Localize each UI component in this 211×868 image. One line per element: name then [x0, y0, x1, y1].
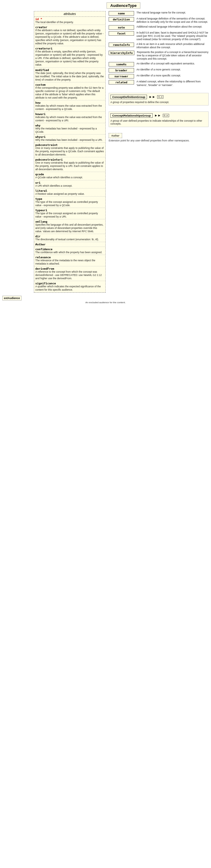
right-prop-desc-hierarchyInfo: Represents the position of a concept in … — [137, 51, 209, 61]
right-prop-desc-related: A related concept, where the relationshi… — [137, 80, 209, 87]
attr-name-qcode: qcode — [35, 173, 104, 176]
attr-desc-pubconstrainturi: One or many constraints that apply to pu… — [35, 161, 104, 171]
attr-item-uri: uriA URI which identifies a concept. — [34, 180, 105, 188]
right-prop-narrower: narrowerAn identifier of a more specific… — [109, 74, 209, 79]
attributes-list: id *The local identifier of the property… — [34, 17, 105, 292]
attr-item-whyuri: whyuriWhy the metadata has been included… — [34, 134, 105, 143]
attr-desc-creatoruri: If the attribute is empty, specifies whi… — [35, 50, 104, 66]
attr-name-creator: creator — [35, 26, 104, 29]
right-prop-desc-facet: In build 5.8 and later, facet is depreca… — [137, 31, 209, 41]
right-prop-name-note: note — [109, 25, 134, 30]
other-element-desc: Extension point for any user-defined pro… — [109, 139, 209, 142]
right-prop-remoteInfo: remoteInfoA link to an item in a web res… — [109, 42, 209, 49]
attr-item-creator: creatorIf the attribute's value is not d… — [34, 25, 105, 46]
attr-item-relevance: relevanceThe relevance of the metadata t… — [34, 255, 105, 266]
concept-relationships-group-name: ConceptRelationshipsGroup — [110, 113, 153, 118]
ext-audience-section: extAudience An excluded audience for the… — [2, 296, 209, 304]
concept-relationships-group: ConceptRelationshipsGroup ►► 0..n A grou… — [109, 112, 209, 127]
right-prop-name-sameAs: sameAs — [109, 62, 134, 66]
right-prop-definition: definitionA natural language definition … — [109, 17, 209, 24]
ext-audience-desc: An excluded audience for the content. — [2, 301, 209, 304]
attr-item-id: id *The local identifier of the property… — [34, 17, 105, 25]
attr-item-literal: literalA freetext value assigned as prop… — [34, 188, 105, 196]
concept-relationships-group-desc: A group of user-defined properties to in… — [110, 119, 207, 125]
attr-name-creatoruri: creatoruri — [35, 47, 104, 50]
attr-desc-literal: A freetext value assigned as property va… — [35, 192, 104, 196]
attr-name-derivedFrom: derivedFrom — [35, 267, 104, 270]
attributes-header: attributes — [34, 11, 105, 17]
concept-definition-group-desc: A group of properties required to define… — [110, 101, 207, 104]
attr-desc-significance: A qualifier which indicates the expected… — [35, 285, 104, 291]
concept-relationships-group-header: ConceptRelationshipsGroup ►► 0..n — [110, 113, 207, 118]
right-prop-name-facet: facet — [109, 31, 134, 36]
attr-name-type: type — [35, 197, 104, 200]
right-prop-desc-note: Additional natural language information … — [137, 25, 209, 28]
attr-item-pubconstraint: pubconstraintOne or many constraints tha… — [34, 143, 105, 157]
attr-name-xmllang: xmllang — [35, 220, 104, 223]
attr-item-modified: modifiedThe date (and, optionally, the t… — [34, 68, 105, 83]
attr-desc-derivedFrom: A reference to the concept from which th… — [35, 270, 104, 280]
attr-item-creatoruri: creatoruriIf the attribute is empty, spe… — [34, 46, 105, 67]
attr-name-literal: literal — [35, 189, 104, 192]
attr-name-relevance: relevance — [35, 255, 104, 259]
attr-name-pubconstraint: pubconstraint — [35, 143, 104, 147]
attr-desc-id: The local identifier of the property. — [35, 21, 104, 24]
attr-desc-uri: A URI which identifies a concept. — [35, 184, 104, 188]
right-prop-desc-narrower: An identifier of a more specific concept… — [137, 74, 209, 77]
attr-name-dir: dir — [35, 235, 104, 238]
title-row: AudienceType — [2, 2, 209, 9]
right-prop-facet: facetIn build 5.8 and later, facet is de… — [109, 31, 209, 41]
attr-desc-how: Indicates by which means the value was e… — [35, 104, 104, 111]
attr-desc-dir: The directionality of textual content (e… — [35, 238, 104, 241]
concept-definition-group: ConceptDefinitionGroup ►► 0..n A group o… — [109, 93, 209, 105]
attr-desc-why: Why the metadata has been included - exp… — [35, 127, 104, 134]
attr-desc-creator: If the attribute's value is not defined,… — [35, 29, 104, 45]
attr-desc-pubconstraint: One or many constraints that apply to pu… — [35, 147, 104, 156]
attr-name-pubconstrainturi: pubconstrainturi — [35, 158, 104, 161]
ext-audience-box: extAudience — [2, 296, 22, 301]
attr-item-#other: #other — [34, 242, 105, 247]
attr-name-significance: significance — [35, 282, 104, 285]
attr-item-confidence: confidenceThe confidence with which the … — [34, 247, 105, 255]
concept-definition-group-card: 0..n — [157, 95, 164, 99]
right-prop-name-related: related — [109, 80, 134, 85]
other-element-wrapper: #other Extension point for any user-defi… — [109, 133, 209, 142]
attr-name-typeuri: typeuri — [35, 209, 104, 212]
right-prop-name-name: name — [109, 11, 134, 16]
attr-item-how: howIndicates by which means the value wa… — [34, 100, 105, 112]
body-row: attributes id *The local identifier of t… — [2, 11, 209, 293]
attr-name-how: how — [35, 101, 104, 104]
attr-name-whyuri: whyuri — [35, 135, 104, 138]
attr-desc-custom: If the corresponding property was added … — [35, 86, 104, 99]
attributes-panel: attributes id *The local identifier of t… — [34, 11, 106, 293]
attr-item-typeuri: typeuriThe type of the concept assigned … — [34, 208, 105, 219]
concept-definition-group-header: ConceptDefinitionGroup ►► 0..n — [110, 95, 207, 99]
right-prop-name-definition: definition — [109, 17, 134, 22]
attr-name-custom: custom — [35, 83, 104, 86]
right-prop-name-narrower: narrower — [109, 74, 134, 79]
attr-desc-type: The type of the concept assigned as cont… — [35, 200, 104, 207]
attr-name-id: id * — [35, 18, 104, 21]
right-prop-desc-broader: An identifier of a more generic concept. — [137, 68, 209, 71]
attr-name-why: why — [35, 124, 104, 127]
right-prop-name-remoteInfo: remoteInfo — [109, 42, 134, 47]
page-title: AudienceType — [107, 2, 141, 9]
attr-item-pubconstrainturi: pubconstrainturiOne or many constraints … — [34, 157, 105, 172]
concept-relationships-group-card: 0..n — [163, 114, 169, 117]
right-prop-name: nameThe natural language name for the co… — [109, 11, 209, 16]
attr-name-modified: modified — [35, 68, 104, 72]
attr-item-type: typeThe type of the concept assigned as … — [34, 196, 105, 208]
right-prop-desc-name: The natural language name for the concep… — [137, 11, 209, 14]
concept-definition-group-connector: ►► — [149, 95, 155, 99]
page: AudienceType attributes id *The local id… — [0, 0, 211, 306]
attr-item-howuri: howuriIndicates by which means the value… — [34, 112, 105, 123]
right-prop-name-hierarchyInfo: hierarchyInfo — [109, 51, 134, 55]
concept-relationships-group-connector: ►► — [154, 114, 161, 117]
attr-desc-modified: The date (and, optionally, the time) whe… — [35, 72, 104, 82]
attr-name-confidence: confidence — [35, 247, 104, 251]
attr-desc-xmllang: Specifies the language of this and all d… — [35, 223, 104, 233]
right-props-panel: nameThe natural language name for the co… — [106, 11, 209, 142]
right-prop-sameAs: sameAsAn identifier of a concept with eq… — [109, 62, 209, 66]
attr-desc-confidence: The confidence with which the property h… — [35, 251, 104, 254]
right-prop-note: noteAdditional natural language informat… — [109, 25, 209, 30]
